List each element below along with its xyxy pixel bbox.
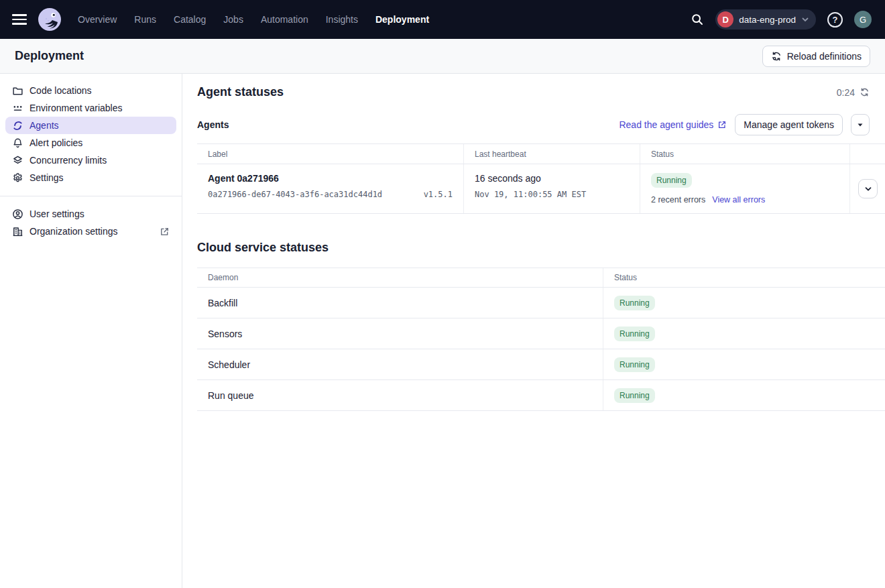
primary-nav: Overview Runs Catalog Jobs Automation In… bbox=[78, 14, 429, 25]
deployment-name: data-eng-prod bbox=[739, 15, 796, 25]
column-header-daemon: Daemon bbox=[197, 268, 603, 287]
caret-down-icon bbox=[857, 121, 864, 128]
column-header-actions bbox=[850, 144, 885, 164]
sidebar-item-code-locations[interactable]: Code locations bbox=[5, 82, 176, 99]
column-header-status: Status bbox=[640, 144, 850, 164]
daemon-table-header: Daemon Status bbox=[197, 268, 885, 288]
agent-label-cell: Agent 0a271966 0a271966-de67-4043-a3f6-a… bbox=[197, 164, 464, 213]
bell-icon bbox=[12, 137, 23, 149]
countdown-value: 0:24 bbox=[837, 87, 855, 98]
heartbeat-timestamp: Nov 19, 11:00:55 AM EST bbox=[475, 190, 629, 199]
sidebar-item-label: User settings bbox=[30, 209, 84, 219]
sidebar-item-label: Concurrency limits bbox=[30, 155, 107, 166]
chevron-down-icon bbox=[864, 185, 872, 193]
sidebar-item-label: Alert policies bbox=[30, 137, 82, 148]
refresh-icon[interactable] bbox=[860, 87, 870, 97]
daemon-name: Scheduler bbox=[197, 349, 603, 379]
nav-jobs[interactable]: Jobs bbox=[223, 14, 243, 25]
external-link-icon bbox=[717, 120, 727, 129]
status-badge: Running bbox=[614, 388, 655, 403]
nav-deployment[interactable]: Deployment bbox=[375, 14, 429, 25]
deployment-badge: D bbox=[717, 11, 733, 27]
question-mark-icon: ? bbox=[833, 15, 838, 25]
reload-icon bbox=[771, 51, 782, 62]
manage-agent-tokens-button[interactable]: Manage agent tokens bbox=[735, 114, 843, 135]
column-header-status: Status bbox=[603, 268, 885, 287]
view-all-errors-link[interactable]: View all errors bbox=[712, 195, 765, 204]
agent-guides-link-label: Read the agent guides bbox=[619, 119, 713, 130]
sidebar-item-environment-variables[interactable]: Environment variables bbox=[5, 99, 176, 117]
page-header: Deployment Reload definitions bbox=[0, 39, 885, 74]
daemon-table: Daemon Status Backfill Running Sensors R… bbox=[197, 268, 885, 411]
sidebar-item-alert-policies[interactable]: Alert policies bbox=[5, 134, 176, 152]
sidebar-divider bbox=[0, 196, 182, 196]
agent-version: v1.5.1 bbox=[424, 190, 453, 199]
nav-catalog[interactable]: Catalog bbox=[174, 14, 206, 25]
daemon-row: Scheduler Running bbox=[197, 349, 885, 380]
env-variables-icon bbox=[12, 103, 23, 114]
agent-statuses-title: Agent statuses bbox=[197, 85, 284, 99]
agent-row: Agent 0a271966 0a271966-de67-4043-a3f6-a… bbox=[197, 164, 885, 214]
sidebar-item-agents[interactable]: Agents bbox=[5, 117, 176, 134]
agents-table-header: Label Last heartbeat Status bbox=[197, 143, 885, 164]
sidebar-item-label: Agents bbox=[30, 120, 59, 131]
daemon-row: Backfill Running bbox=[197, 288, 885, 318]
nav-automation[interactable]: Automation bbox=[261, 14, 308, 25]
agent-guides-link[interactable]: Read the agent guides bbox=[619, 119, 727, 130]
daemon-name: Run queue bbox=[197, 380, 603, 410]
nav-runs[interactable]: Runs bbox=[134, 14, 156, 25]
layers-icon bbox=[12, 155, 23, 166]
user-circle-icon bbox=[12, 209, 23, 220]
building-icon bbox=[12, 226, 23, 237]
deployment-sidebar: Code locations Environment variables Age… bbox=[0, 74, 182, 588]
agent-heartbeat-cell: 16 seconds ago Nov 19, 11:00:55 AM EST bbox=[464, 164, 640, 213]
agent-actions-dropdown-button[interactable] bbox=[851, 114, 870, 135]
column-header-label: Label bbox=[197, 144, 464, 164]
daemon-row: Run queue Running bbox=[197, 380, 885, 411]
status-badge: Running bbox=[614, 296, 655, 310]
column-header-heartbeat: Last heartbeat bbox=[464, 144, 640, 164]
agents-table: Label Last heartbeat Status Agent 0a2719… bbox=[197, 143, 885, 214]
reload-definitions-button[interactable]: Reload definitions bbox=[762, 46, 870, 67]
help-button[interactable]: ? bbox=[827, 12, 843, 27]
sidebar-item-label: Organization settings bbox=[30, 226, 118, 237]
user-avatar[interactable]: G bbox=[854, 11, 872, 28]
agent-id: 0a271966-de67-4043-a3f6-aca31dc44d1d bbox=[208, 190, 382, 199]
agent-expand-cell bbox=[850, 164, 885, 213]
menu-icon[interactable] bbox=[12, 14, 27, 25]
heartbeat-relative: 16 seconds ago bbox=[475, 173, 629, 184]
sidebar-item-label: Code locations bbox=[30, 85, 92, 96]
recent-errors-count: 2 recent errors bbox=[651, 195, 705, 204]
nav-overview[interactable]: Overview bbox=[78, 14, 117, 25]
chevron-down-icon bbox=[801, 15, 809, 23]
agents-subheading: Agents bbox=[197, 119, 229, 130]
sidebar-item-label: Settings bbox=[30, 172, 64, 183]
status-badge: Running bbox=[614, 357, 655, 372]
folder-icon bbox=[12, 85, 23, 97]
daemon-name: Sensors bbox=[197, 318, 603, 349]
topnav-right-controls: D data-eng-prod ? G bbox=[691, 9, 872, 30]
sidebar-item-user-settings[interactable]: User settings bbox=[5, 205, 176, 223]
agent-icon bbox=[12, 120, 23, 131]
cloud-service-statuses-title: Cloud service statuses bbox=[197, 241, 885, 255]
sidebar-item-organization-settings[interactable]: Organization settings bbox=[5, 223, 176, 240]
daemon-row: Sensors Running bbox=[197, 318, 885, 349]
refresh-countdown: 0:24 bbox=[837, 87, 870, 98]
sidebar-item-concurrency-limits[interactable]: Concurrency limits bbox=[5, 152, 176, 169]
agent-status-cell: Running 2 recent errors View all errors bbox=[640, 164, 850, 213]
agent-expand-button[interactable] bbox=[858, 179, 878, 198]
main-content: Agent statuses 0:24 Agents Read the agen… bbox=[182, 74, 885, 588]
agent-name: Agent 0a271966 bbox=[208, 173, 453, 184]
top-navigation-bar: Overview Runs Catalog Jobs Automation In… bbox=[0, 0, 885, 39]
search-button[interactable] bbox=[691, 13, 704, 26]
sidebar-item-label: Environment variables bbox=[30, 103, 123, 113]
daemon-name: Backfill bbox=[197, 288, 603, 318]
nav-insights[interactable]: Insights bbox=[326, 14, 358, 25]
dagster-logo[interactable] bbox=[38, 7, 62, 32]
reload-definitions-label: Reload definitions bbox=[787, 51, 862, 62]
manage-agent-tokens-label: Manage agent tokens bbox=[744, 119, 834, 130]
external-link-icon bbox=[160, 227, 170, 237]
deployment-switcher[interactable]: D data-eng-prod bbox=[715, 9, 816, 30]
gear-icon bbox=[12, 172, 23, 184]
sidebar-item-settings[interactable]: Settings bbox=[5, 169, 176, 186]
